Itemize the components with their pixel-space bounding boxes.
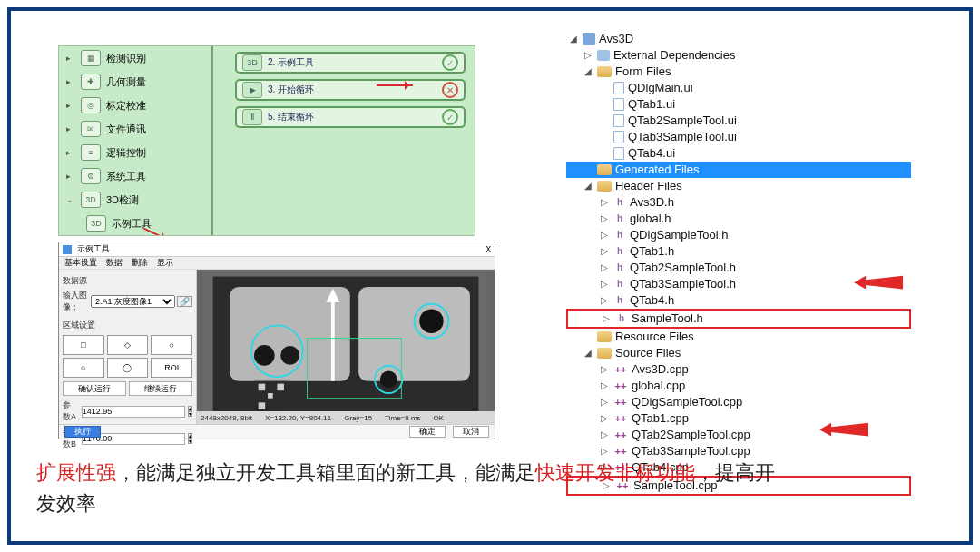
header-file-icon: h <box>613 245 626 258</box>
tree-label: QDlgMain.ui <box>628 80 693 96</box>
tree-label: QTab1.cpp <box>632 410 689 427</box>
tree-file[interactable]: ▷++Avs3D.cpp <box>566 361 911 378</box>
tree-file[interactable]: QDlgMain.ui <box>566 80 911 96</box>
execute-button[interactable]: 执行 <box>64 426 101 438</box>
tree-file[interactable]: ▷hQDlgSampleTool.h <box>566 227 911 243</box>
tree-file[interactable]: QTab1.ui <box>566 96 911 113</box>
tree-folder[interactable]: Resource Files <box>566 329 911 345</box>
category-label: 标定校准 <box>106 99 146 113</box>
tree-label: Avs3D.cpp <box>632 361 689 378</box>
menu-item[interactable]: 显示 <box>157 257 173 269</box>
caption-text: ，能满足独立开发工具箱里面的新工具，能满足 <box>116 461 535 484</box>
image-viewer[interactable]: 2448x2048, 8bit X=132.20, Y=804.11 Gray=… <box>197 270 495 424</box>
category-row[interactable]: ▸≡逻辑控制 <box>59 141 211 164</box>
expand-icon: ▸ <box>66 172 75 181</box>
project-icon <box>583 33 595 45</box>
step-label: 5. 结束循环 <box>268 111 314 123</box>
dialog-title: 示例工具 <box>77 243 110 255</box>
roi-diamond-button[interactable]: ◇ <box>107 335 149 355</box>
tree-file[interactable]: QTab3SampleTool.ui <box>566 129 911 145</box>
tree-file[interactable]: ▷hAvs3D.h <box>566 194 911 211</box>
tree-folder[interactable]: ◢Form Files <box>566 64 911 80</box>
svg-rect-15 <box>268 393 273 399</box>
svg-rect-14 <box>259 402 266 409</box>
expand-icon: ▸ <box>66 101 75 110</box>
category-row[interactable]: ▸◎标定校准 <box>59 94 211 117</box>
link-icon[interactable]: 🔗 <box>177 296 192 307</box>
tree-file[interactable]: QTab4.ui <box>566 145 911 162</box>
dialog-titlebar[interactable]: 示例工具 X <box>59 242 495 257</box>
menu-item[interactable]: 数据 <box>106 257 122 269</box>
tree-file[interactable]: QTab2SampleTool.ui <box>566 113 911 129</box>
category-row[interactable]: ▸⚙系统工具 <box>59 164 211 188</box>
stepper[interactable]: ▴▾ <box>188 433 192 444</box>
cpp-file-icon: ++ <box>613 380 628 392</box>
category-icon: 3D <box>81 192 101 208</box>
roi-ring-button[interactable]: ◯ <box>107 358 149 378</box>
continue-run-button[interactable]: 继续运行 <box>129 381 192 396</box>
roi-custom-button[interactable]: ROI <box>151 358 192 378</box>
confirm-run-button[interactable]: 确认运行 <box>63 381 126 396</box>
tool-subitem[interactable]: 3D示例工具 <box>59 212 211 235</box>
category-row[interactable]: ▸✚几何测量 <box>59 70 211 94</box>
tree-label: global.cpp <box>632 378 685 394</box>
tree-label: Source Files <box>615 345 681 361</box>
category-row[interactable]: ⌄3D3D检测 <box>59 188 211 212</box>
step-label: 2. 示例工具 <box>268 56 314 69</box>
category-row[interactable]: ▸✉文件通讯 <box>59 117 211 141</box>
svg-marker-19 <box>854 276 903 290</box>
category-icon: ▦ <box>81 50 101 66</box>
tree-label: External Dependencies <box>613 47 735 64</box>
cancel-button[interactable]: 取消 <box>453 426 489 438</box>
flow-step[interactable]: Ⅱ5. 结束循环✓ <box>235 106 466 128</box>
param-a-input[interactable] <box>82 406 185 418</box>
callout-arrow-icon <box>818 419 871 443</box>
stepper[interactable]: ▴▾ <box>188 406 192 417</box>
cpp-file-icon: ++ <box>613 412 628 425</box>
input-image-select[interactable]: 2.A1 灰度图像1 <box>91 295 175 308</box>
tree-file[interactable]: ▷hglobal.h <box>566 211 911 227</box>
tree-node[interactable]: ▷External Dependencies <box>566 47 911 64</box>
tree-file[interactable]: ▷++global.cpp <box>566 378 911 394</box>
tool-icon: 3D <box>86 215 106 232</box>
tree-folder[interactable]: ◢Source Files <box>566 345 911 361</box>
menu-item[interactable]: 基本设置 <box>64 257 97 269</box>
flow-step[interactable]: 3D2. 示例工具✓ <box>235 52 466 74</box>
caption-text: ，提高开 <box>695 461 775 484</box>
svg-rect-12 <box>259 384 266 391</box>
tree-label: QTab2SampleTool.ui <box>628 113 737 129</box>
section-label: 区域设置 <box>63 320 192 331</box>
tree-folder-selected[interactable]: Generated Files <box>566 162 911 178</box>
ui-file-icon <box>613 98 624 111</box>
tree-folder[interactable]: ◢Header Files <box>566 178 911 194</box>
tree-file[interactable]: ▷hQTab1.h <box>566 243 911 260</box>
ok-button[interactable]: 确定 <box>409 426 446 438</box>
header-file-icon: h <box>613 212 626 225</box>
svg-point-4 <box>254 345 275 366</box>
flow-step[interactable]: ▶3. 开始循环✕ <box>235 79 466 101</box>
status-dimensions: 2448x2048, 8bit <box>201 414 252 422</box>
category-icon: ✚ <box>81 74 101 90</box>
step-icon: 3D <box>242 54 262 71</box>
menu-item[interactable]: 删除 <box>132 257 148 269</box>
roi-circle-button[interactable]: ○ <box>151 335 192 355</box>
cpp-file-icon: ++ <box>613 363 628 376</box>
tree-label: QTab3SampleTool.ui <box>628 129 737 145</box>
header-file-icon: h <box>613 229 626 242</box>
tree-file[interactable]: ▷++QDlgSampleTool.cpp <box>566 394 911 410</box>
close-button[interactable]: X <box>486 245 491 254</box>
category-label: 文件通讯 <box>106 123 146 136</box>
roi-ellipse-button[interactable]: ○ <box>63 358 104 378</box>
tree-file-highlighted[interactable]: ▷hSampleTool.h <box>566 309 911 329</box>
tree-label: Header Files <box>615 178 682 194</box>
ui-file-icon <box>613 82 624 94</box>
category-row[interactable]: ▸▦检测识别 <box>59 46 211 70</box>
roi-rect-button[interactable]: □ <box>63 335 104 355</box>
tree-root[interactable]: ◢Avs3D <box>566 31 911 47</box>
tree-label: QDlgSampleTool.h <box>630 227 728 243</box>
tree-label: Form Files <box>615 64 671 80</box>
status-position: X=132.20, Y=804.11 <box>265 414 331 422</box>
param-label: 参数A <box>63 399 79 423</box>
category-icon: ✉ <box>81 121 101 137</box>
status-time: Time=8 ms <box>385 414 421 422</box>
